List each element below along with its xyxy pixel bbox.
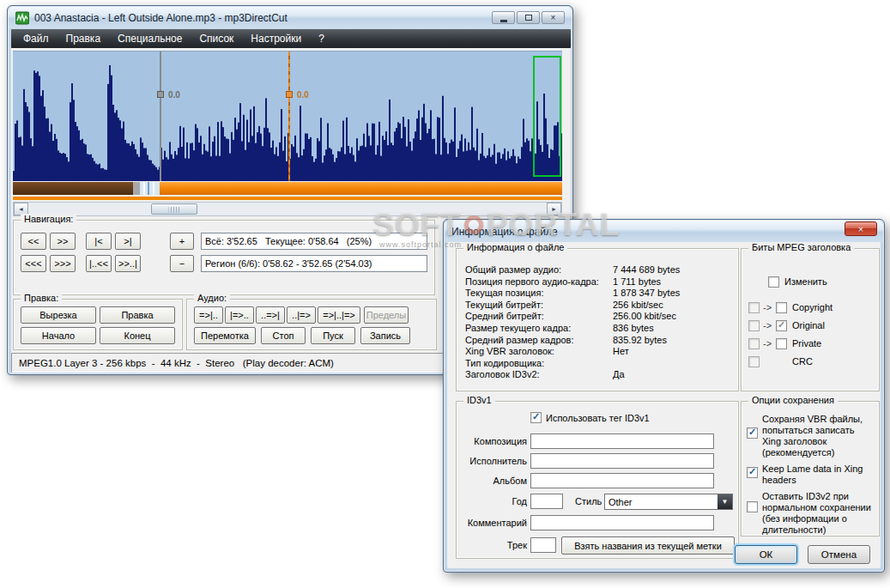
region-end-button[interactable]: >>..| <box>115 255 141 272</box>
scroll-right-button[interactable]: ► <box>547 203 561 215</box>
info-value: 836 bytes <box>613 323 654 333</box>
jump-start-button[interactable]: |< <box>86 233 112 250</box>
waveform-display[interactable]: 0.0 0.0 <box>13 51 562 181</box>
audio-group: Аудио: =>|.. |=>.. ..=>| ..|=> =>|..|=> … <box>186 299 437 350</box>
edit-tick <box>148 182 149 195</box>
play-after-out-button[interactable]: ..|=> <box>287 306 316 324</box>
title-input[interactable] <box>530 433 714 449</box>
track-position-bar[interactable] <box>13 182 562 195</box>
scrollbar-thumb[interactable] <box>151 203 197 215</box>
info-row: Заголовок ID3v2:Да <box>465 369 733 381</box>
vbr-xing-checkbox[interactable] <box>747 427 758 439</box>
position-marker-handle[interactable] <box>286 91 293 98</box>
menu-edit[interactable]: Правка <box>58 30 110 47</box>
take-names-button[interactable]: Взять названия из текущей метки <box>561 536 735 555</box>
waveform-scrollbar[interactable]: ◄ ► <box>13 202 562 216</box>
minimize-button[interactable] <box>492 11 515 24</box>
bounds-button: Пределы <box>364 306 409 324</box>
edit-group: Правка: Вырезка Правка Начало Конец <box>13 299 183 350</box>
menu-bar: Файл Правка Специальное Список Настройки… <box>11 29 571 48</box>
fast-forward-button[interactable]: >>> <box>50 255 76 272</box>
ok-button[interactable]: ОК <box>735 545 797 564</box>
edit-button[interactable]: Правка <box>100 306 175 324</box>
dialog-titlebar[interactable]: Информация о файле <box>445 221 883 242</box>
dialog-title: Информация о файле <box>451 226 558 238</box>
arrow-label: -> <box>763 338 772 349</box>
menu-settings[interactable]: Настройки <box>242 30 310 47</box>
total-time-field: Всё: 3'52.65 Текущее: 0'58.64 (25%) <box>201 233 427 250</box>
genre-combobox[interactable]: Other ▼ <box>604 494 733 510</box>
navigation-group: Навигация: << >> |< >| + Всё: 3'52.65 Те… <box>13 220 435 295</box>
step-back-button[interactable]: << <box>21 233 46 250</box>
crc-checkbox[interactable] <box>748 356 760 367</box>
jump-end-button[interactable]: >| <box>115 233 141 250</box>
private-source-checkbox[interactable] <box>748 338 760 349</box>
menu-special[interactable]: Специальное <box>109 30 191 47</box>
menu-list[interactable]: Список <box>191 30 242 47</box>
play-over-cut-button[interactable]: =>|..|=> <box>318 306 360 324</box>
keep-lame-label: Keep Lame data in Xing headers <box>762 464 875 486</box>
menu-help[interactable]: ? <box>310 30 333 47</box>
artist-input[interactable] <box>530 453 714 469</box>
keep-id3v2-checkbox[interactable] <box>747 501 758 512</box>
begin-button[interactable]: Начало <box>21 327 96 344</box>
close-icon: × <box>551 14 556 22</box>
dialog-close-button[interactable]: × <box>845 221 877 236</box>
position-marker-line[interactable] <box>288 52 290 181</box>
comment-input[interactable] <box>530 515 714 530</box>
region-start-button[interactable]: |..<< <box>86 255 112 272</box>
cut-marker-label: 0.0 <box>168 90 180 100</box>
zoom-out-button[interactable]: − <box>170 255 194 272</box>
year-field-label: Год <box>458 496 527 506</box>
keep-lame-checkbox[interactable] <box>747 467 758 478</box>
info-value: Нет <box>613 346 629 356</box>
play-after-in-button[interactable]: |=>.. <box>225 306 254 324</box>
info-value: 1 711 bytes <box>613 276 661 287</box>
album-field-label: Альбом <box>458 476 527 486</box>
cancel-button[interactable]: Отмена <box>808 545 870 564</box>
close-button[interactable]: × <box>542 11 565 24</box>
track-input[interactable] <box>530 537 556 553</box>
close-icon: × <box>858 224 863 234</box>
id3v1-group-label: ID3v1 <box>463 395 495 405</box>
seek-button[interactable]: Перемотка <box>194 327 256 344</box>
album-input[interactable] <box>530 473 714 488</box>
navigation-group-label: Навигация: <box>21 214 76 224</box>
file-information-group-label: Информация о файле <box>463 242 567 252</box>
copyright-checkbox[interactable] <box>776 302 787 313</box>
info-row: Текущий битрейт:256 kbit/sec <box>465 300 733 312</box>
crc-label: CRC <box>792 356 813 367</box>
play-button[interactable]: Пуск <box>311 327 355 344</box>
info-row: Средний размер кадров:835.92 bytes <box>465 335 733 347</box>
original-checkbox[interactable] <box>776 320 787 331</box>
copyright-source-checkbox[interactable] <box>748 302 760 313</box>
info-value: 1 878 347 bytes <box>613 288 680 298</box>
main-titlebar[interactable]: 003 Anastacia - Left Outside Alone.mp3 -… <box>9 7 572 28</box>
cut-marker-handle[interactable] <box>157 91 164 98</box>
maximize-button[interactable] <box>517 11 540 24</box>
original-source-checkbox[interactable] <box>748 320 760 331</box>
menu-file[interactable]: Файл <box>15 30 58 47</box>
year-input[interactable] <box>530 494 563 509</box>
selection-strip <box>13 197 562 200</box>
record-button[interactable]: Запись <box>360 327 410 344</box>
thumb-grip-icon <box>169 207 180 213</box>
info-value: 256 kbit/sec <box>613 300 663 310</box>
change-checkbox[interactable] <box>768 276 779 288</box>
cut-button[interactable]: Вырезка <box>21 306 96 324</box>
cut-marker-line[interactable] <box>160 52 161 181</box>
combo-dropdown-button[interactable]: ▼ <box>717 494 732 509</box>
private-checkbox[interactable] <box>776 338 787 349</box>
use-id3v1-checkbox[interactable] <box>530 412 542 423</box>
chevron-down-icon: ▼ <box>722 498 729 506</box>
play-before-out-button[interactable]: ..=>| <box>256 306 285 324</box>
step-forward-button[interactable]: >> <box>50 233 76 250</box>
app-icon[interactable] <box>15 11 29 25</box>
end-button[interactable]: Конец <box>100 327 175 344</box>
copyright-bit-row: -> Copyright <box>748 302 875 314</box>
stop-button[interactable]: Стоп <box>261 327 306 344</box>
zoom-in-button[interactable]: + <box>170 233 194 250</box>
selection-rectangle[interactable] <box>533 56 561 177</box>
play-before-in-button[interactable]: =>|.. <box>194 306 223 324</box>
fast-back-button[interactable]: <<< <box>21 255 46 272</box>
